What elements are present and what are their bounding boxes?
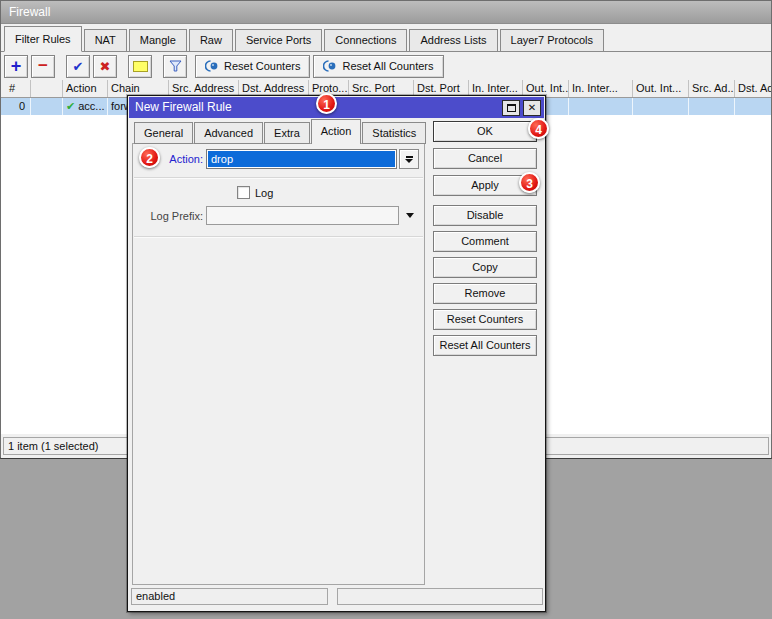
tab-general[interactable]: General	[134, 122, 193, 144]
separator	[134, 236, 423, 238]
rule-number-cell: 0	[1, 98, 31, 115]
annotation-step-2: 2	[139, 147, 160, 168]
log-checkbox[interactable]	[237, 186, 250, 199]
accept-icon: ✔	[66, 100, 75, 112]
tab-mangle[interactable]: Mangle	[129, 29, 187, 51]
note-icon	[133, 61, 148, 72]
tab-extra[interactable]: Extra	[264, 122, 310, 144]
tab-address-lists[interactable]: Address Lists	[409, 29, 497, 51]
maximize-icon	[507, 104, 516, 112]
tab-filter-rules[interactable]: Filter Rules	[4, 26, 82, 52]
plus-icon	[11, 59, 22, 74]
column-header-action[interactable]: Action	[63, 80, 108, 97]
counters-icon	[323, 60, 337, 72]
reset-counters-button[interactable]: Reset Counters	[195, 55, 310, 78]
close-icon	[528, 97, 536, 118]
column-header-in-interface-list[interactable]: In. Inter...	[569, 80, 633, 97]
desktop-background: Firewall Filter Rules NAT Mangle Raw Ser…	[0, 0, 772, 619]
action-dropdown-value: drop	[208, 151, 395, 167]
column-header-out-interface-list[interactable]: Out. Int...	[633, 80, 689, 97]
dialog-tab-bar: General Advanced Extra Action Statistics	[134, 121, 427, 144]
disable-button[interactable]: Disable	[433, 205, 537, 226]
funnel-icon	[169, 60, 182, 72]
tab-action[interactable]: Action	[311, 119, 362, 144]
add-rule-button[interactable]	[4, 55, 28, 78]
counters-icon	[205, 60, 219, 72]
log-prefix-label: Log Prefix:	[133, 208, 203, 224]
ok-button[interactable]: OK	[433, 121, 537, 142]
minus-icon	[38, 59, 48, 73]
comment-button[interactable]	[128, 55, 152, 78]
remove-rule-button[interactable]	[31, 55, 55, 78]
copy-button[interactable]: Copy	[433, 257, 537, 278]
annotation-step-1: 1	[316, 93, 337, 114]
column-header-dst-address-list[interactable]: Dst. Ad...	[735, 80, 771, 97]
column-header-number[interactable]: #	[1, 80, 31, 97]
reset-counters-label: Reset Counters	[224, 60, 300, 72]
separator	[134, 177, 423, 179]
action-dropdown-button[interactable]	[399, 149, 419, 169]
disable-rule-button[interactable]	[93, 55, 117, 78]
remove-button[interactable]: Remove	[433, 283, 537, 304]
close-button[interactable]	[523, 100, 541, 116]
tab-nat[interactable]: NAT	[84, 29, 127, 51]
rule-flags-cell	[31, 98, 63, 115]
annotation-step-4: 4	[528, 118, 549, 139]
tab-statistics[interactable]: Statistics	[362, 122, 426, 144]
tab-service-ports[interactable]: Service Ports	[235, 29, 322, 51]
log-prefix-dropdown-arrow[interactable]	[406, 213, 414, 218]
firewall-window-titlebar[interactable]: Firewall	[1, 1, 771, 24]
comment-button[interactable]: Comment	[433, 231, 537, 252]
chevron-down-icon	[406, 156, 413, 158]
action-dropdown[interactable]: drop	[206, 149, 397, 169]
action-tab-panel: Action: drop Log Log Prefix:	[132, 143, 425, 585]
reset-all-counters-label: Reset All Counters	[342, 60, 433, 72]
rule-action-cell: ✔acc...	[63, 98, 108, 115]
enable-rule-button[interactable]	[66, 55, 90, 78]
annotation-step-3: 3	[519, 172, 540, 193]
firewall-tab-bar: Filter Rules NAT Mangle Raw Service Port…	[1, 24, 771, 52]
column-header-src-address-list[interactable]: Src. Ad...	[689, 80, 735, 97]
new-firewall-rule-dialog: New Firewall Rule General Advanced Extra…	[127, 95, 546, 612]
cross-icon	[100, 59, 111, 74]
log-checkbox-label: Log	[255, 185, 295, 201]
column-header-flags[interactable]	[31, 80, 63, 97]
rule-state-status: enabled	[131, 588, 328, 605]
reset-all-counters-button[interactable]: Reset All Counters	[433, 335, 537, 356]
firewall-toolbar: Reset Counters Reset All Counters	[1, 52, 771, 80]
reset-counters-button[interactable]: Reset Counters	[433, 309, 537, 330]
reset-all-counters-button[interactable]: Reset All Counters	[313, 55, 443, 78]
tab-advanced[interactable]: Advanced	[194, 122, 263, 144]
filter-button[interactable]	[163, 55, 187, 78]
window-title: Firewall	[9, 5, 50, 19]
tab-layer7-protocols[interactable]: Layer7 Protocols	[500, 29, 605, 51]
maximize-button[interactable]	[502, 100, 520, 116]
cancel-button[interactable]: Cancel	[433, 148, 537, 169]
dialog-status-spacer	[337, 588, 543, 605]
check-icon	[73, 59, 84, 74]
tab-raw[interactable]: Raw	[189, 29, 233, 51]
tab-connections[interactable]: Connections	[324, 29, 407, 51]
log-prefix-input[interactable]	[206, 206, 399, 225]
